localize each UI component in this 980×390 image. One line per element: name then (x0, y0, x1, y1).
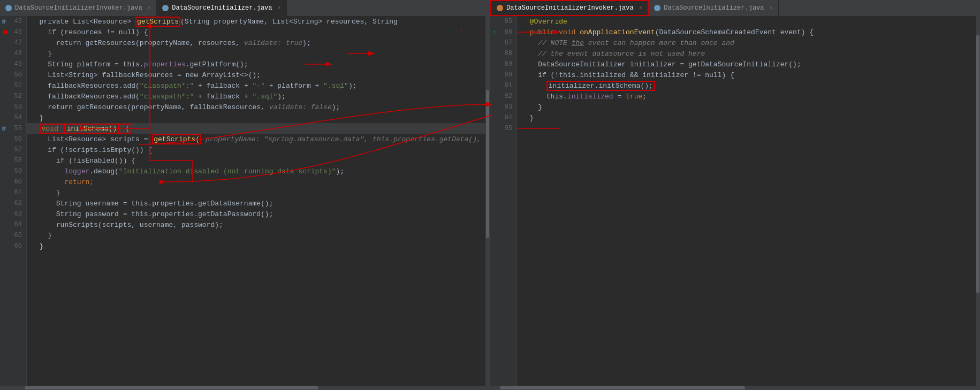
right-code-lines: @Override public void onApplicationEvent… (517, 16, 976, 386)
right-hscroll[interactable] (490, 386, 980, 390)
code-line-46: if (resources != null) { ↑ (27, 27, 485, 37)
code-line-65: } (27, 230, 485, 241)
rcode-line-89: DataSourceInitializer initializer = getD… (517, 59, 976, 70)
right-code-area: 85 ↑ 86 87 88 89 90 91 92 93 94 95 @Over… (490, 16, 980, 386)
left-tab-0-icon (5, 5, 12, 11)
editor-container: DataSourceInitializerInvoker.java × Data… (0, 0, 980, 390)
code-line-52: fallbackResources.add("classpath*:" + fa… (27, 91, 485, 102)
right-tab-0-close[interactable]: × (639, 5, 643, 11)
rcode-line-90: if (!this.initialized && initializer != … (517, 70, 976, 80)
gutter-62: 62 (0, 198, 26, 209)
gutter-47: 47 (0, 37, 26, 48)
left-tab-bar: DataSourceInitializerInvoker.java × Data… (0, 0, 490, 16)
arrow-indicator-46: ↑ (459, 27, 464, 36)
code-line-58: if (!isEnabled()) { (27, 155, 485, 166)
left-tab-1-close[interactable]: × (277, 5, 281, 11)
gutter-r-90: 90 (490, 70, 516, 80)
rcode-line-91: initializer.initSchema(); (517, 80, 976, 91)
rcode-line-86: public void onApplicationEvent(DataSourc… (517, 27, 976, 37)
left-vscroll[interactable] (485, 16, 490, 386)
gutter-60: 60 (0, 177, 26, 187)
right-vscroll[interactable] (976, 16, 980, 386)
code-line-45: private List<Resource> getScripts(String… (27, 16, 485, 27)
gutter-r-88: 88 (490, 48, 516, 59)
gutter-55: @ 55 (0, 123, 26, 134)
right-tab-1-close[interactable]: × (769, 5, 773, 11)
gutter-bookmark-45: @ (2, 18, 6, 25)
right-gutter: 85 ↑ 86 87 88 89 90 91 92 93 94 95 (490, 16, 517, 386)
rcode-line-93: } (517, 102, 976, 112)
gutter-50: 50 (0, 70, 26, 80)
right-tab-1[interactable]: DataSourceInitializer.java × (649, 0, 779, 16)
left-hscroll-thumb (25, 386, 318, 389)
rcode-line-95 (517, 123, 976, 134)
bookmark-55: @ (2, 125, 6, 132)
gutter-66: 66 (0, 241, 26, 251)
gutter-52: 52 (0, 91, 26, 102)
right-hscroll-thumb (500, 386, 745, 389)
gutter-64: 64 (0, 219, 26, 230)
left-code-area: @ 45 46 47 48 49 50 51 52 53 54 @ 55 (0, 16, 490, 386)
rcode-line-92: this.initialized = true; (517, 91, 976, 102)
right-tab-0[interactable]: DataSourceInitializerInvoker.java × (490, 0, 649, 16)
gutter-54: 54 (0, 112, 26, 123)
left-gutter: @ 45 46 47 48 49 50 51 52 53 54 @ 55 (0, 16, 27, 386)
code-line-47: return getResources(propertyName, resour… (27, 37, 485, 48)
code-line-49: String platform = this.properties.getPla… (27, 59, 485, 70)
right-tab-1-icon (654, 5, 660, 11)
gutter-51: 51 (0, 80, 26, 91)
rcode-line-85: @Override (517, 16, 976, 27)
left-tab-0-close[interactable]: × (148, 5, 151, 11)
rcode-line-87: // NOTE the event can happen more than o… (517, 37, 976, 48)
gutter-59: 59 (0, 166, 26, 177)
gutter-r-87: 87 (490, 37, 516, 48)
gutter-63: 63 (0, 209, 26, 219)
rcode-line-94: } (517, 112, 976, 123)
right-vscroll-thumb (976, 35, 979, 294)
left-hscroll[interactable] (0, 386, 490, 390)
gutter-r-92: 92 (490, 91, 516, 102)
code-line-48: } (27, 48, 485, 59)
gutter-r-86: ↑ 86 (490, 27, 516, 37)
code-line-56: List<Resource> scripts = getScripts( pro… (27, 134, 485, 144)
code-line-54: } (27, 112, 485, 123)
code-line-60: return; (27, 177, 485, 187)
code-line-62: String username = this.properties.getDat… (27, 198, 485, 209)
code-line-66: } (27, 241, 485, 251)
right-pane: DataSourceInitializerInvoker.java × Data… (490, 0, 980, 390)
left-code-lines: private List<Resource> getScripts(String… (27, 16, 485, 386)
gutter-r-85: 85 (490, 16, 516, 27)
gutter-r-89: 89 (490, 59, 516, 70)
code-line-53: return getResources(propertyName, fallba… (27, 102, 485, 112)
code-line-64: runScripts(scripts, username, password); (27, 219, 485, 230)
code-line-50: List<String> fallbackResources = new Arr… (27, 70, 485, 80)
gutter-49: 49 (0, 59, 26, 70)
left-tab-1-icon (162, 5, 169, 11)
gutter-r-94: 94 (490, 112, 516, 123)
impl-mark-86: ↑ (492, 28, 497, 36)
code-line-61: } (27, 187, 485, 198)
left-tab-1[interactable]: DataSourceInitializer.java × (157, 0, 287, 16)
rcode-line-88: // the event datasource is not used here (517, 48, 976, 59)
gutter-46: 46 (0, 27, 26, 37)
gutter-48: 48 (0, 48, 26, 59)
left-vscroll-thumb (486, 90, 489, 238)
gutter-58: 58 (0, 155, 26, 166)
gutter-45: @ 45 (0, 16, 26, 27)
gutter-53: 53 (0, 102, 26, 112)
breakpoint-46 (3, 30, 7, 34)
code-line-59: logger.debug("Initialization disabled (n… (27, 166, 485, 177)
gutter-57: 57 (0, 144, 26, 155)
code-line-51: fallbackResources.add("classpath*:" + fa… (27, 80, 485, 91)
gutter-r-93: 93 (490, 102, 516, 112)
left-pane: DataSourceInitializerInvoker.java × Data… (0, 0, 490, 390)
right-tab-bar: DataSourceInitializerInvoker.java × Data… (490, 0, 980, 16)
left-tab-0[interactable]: DataSourceInitializerInvoker.java × (0, 0, 157, 16)
right-tab-0-icon (497, 5, 503, 11)
gutter-61: 61 (0, 187, 26, 198)
gutter-65: 65 (0, 230, 26, 241)
code-line-57: if (!scripts.isEmpty()) { (27, 144, 485, 155)
gutter-56: 56 (0, 134, 26, 144)
gutter-r-91: 91 (490, 80, 516, 91)
code-line-63: String password = this.properties.getDat… (27, 209, 485, 219)
